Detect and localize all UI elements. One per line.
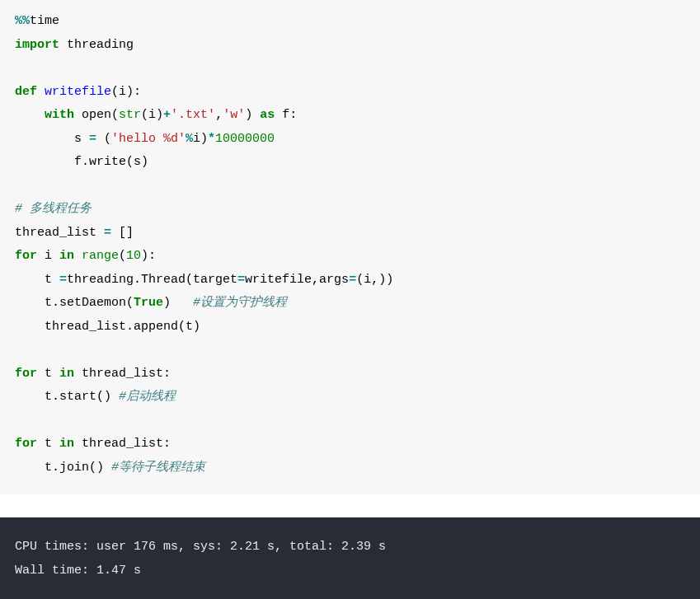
kw-in: in	[59, 437, 74, 451]
code-text: t.setDaemon(	[15, 296, 134, 310]
var-i: i	[37, 249, 59, 263]
paren: (	[111, 108, 119, 122]
op-pct: %	[186, 132, 193, 146]
magic-time: time	[30, 14, 59, 28]
kw-for: for	[15, 249, 37, 263]
code-text: thread_list	[15, 226, 104, 240]
builtin-range: range	[82, 249, 119, 263]
kw-import: import	[15, 38, 59, 52]
comma: ,	[215, 108, 223, 122]
code-block: %%time import threading def writefile(i)…	[0, 0, 700, 494]
code-text: f.write(s)	[15, 155, 148, 169]
comment-start: #启动线程	[119, 390, 176, 404]
paren-close: ):	[141, 249, 156, 263]
var-t: t	[37, 437, 59, 451]
code-text: writefile,args	[245, 273, 349, 287]
str-hello: 'hello %d'	[111, 132, 186, 146]
comment-join: #等待子线程结束	[111, 461, 205, 475]
space	[74, 249, 82, 263]
code-text: t	[15, 273, 59, 287]
comment-multithread: # 多线程任务	[15, 202, 92, 216]
func-params: (i):	[111, 85, 141, 99]
magic-percent: %%	[15, 14, 30, 28]
kw-with: with	[45, 108, 74, 122]
paren: (	[96, 132, 111, 146]
num-10: 10	[126, 249, 141, 263]
var-t: t	[37, 367, 59, 381]
code-text: t.join()	[15, 461, 111, 475]
op-eq: =	[104, 226, 111, 240]
str-txt: '.txt'	[171, 108, 215, 122]
num-10000000: 10000000	[215, 132, 275, 146]
paren-i: (i)	[141, 108, 163, 122]
code-text: (i,))	[356, 273, 393, 287]
kw-true: True	[134, 296, 163, 310]
var-f: f:	[275, 108, 297, 122]
kw-in: in	[59, 249, 74, 263]
kw-in: in	[59, 367, 74, 381]
code-text: thread_list:	[74, 437, 171, 451]
kw-for: for	[15, 367, 37, 381]
code-text: )	[163, 296, 193, 310]
op-plus: +	[163, 108, 171, 122]
code-text: threading.Thread(target	[67, 273, 237, 287]
op-eq: =	[237, 273, 245, 287]
op-eq: =	[89, 132, 96, 146]
code-text: thread_list:	[74, 367, 171, 381]
kw-as: as	[260, 108, 275, 122]
paren: (	[119, 249, 126, 263]
op-eq: =	[59, 273, 67, 287]
kw-def: def	[15, 85, 37, 99]
str-w: 'w'	[223, 108, 245, 122]
paren-close: )	[245, 108, 260, 122]
op-mul: *	[208, 132, 215, 146]
kw-for: for	[15, 437, 37, 451]
module-threading: threading	[59, 38, 134, 52]
builtin-str: str	[119, 108, 141, 122]
op-eq: =	[349, 273, 356, 287]
func-name: writefile	[37, 85, 111, 99]
comment-daemon: #设置为守护线程	[193, 296, 287, 310]
code-text: thread_list.append(t)	[15, 320, 200, 334]
code-text: s	[15, 132, 89, 146]
output-block: CPU times: user 176 ms, sys: 2.21 s, tot…	[0, 517, 700, 599]
builtin-open: open	[74, 108, 111, 122]
output-wall-time: Wall time: 1.47 s	[15, 564, 141, 578]
code-text: t.start()	[15, 390, 119, 404]
code-text: []	[111, 226, 134, 240]
indent	[15, 108, 45, 122]
output-cpu-times: CPU times: user 176 ms, sys: 2.21 s, tot…	[15, 540, 386, 554]
var-i: i)	[193, 132, 208, 146]
